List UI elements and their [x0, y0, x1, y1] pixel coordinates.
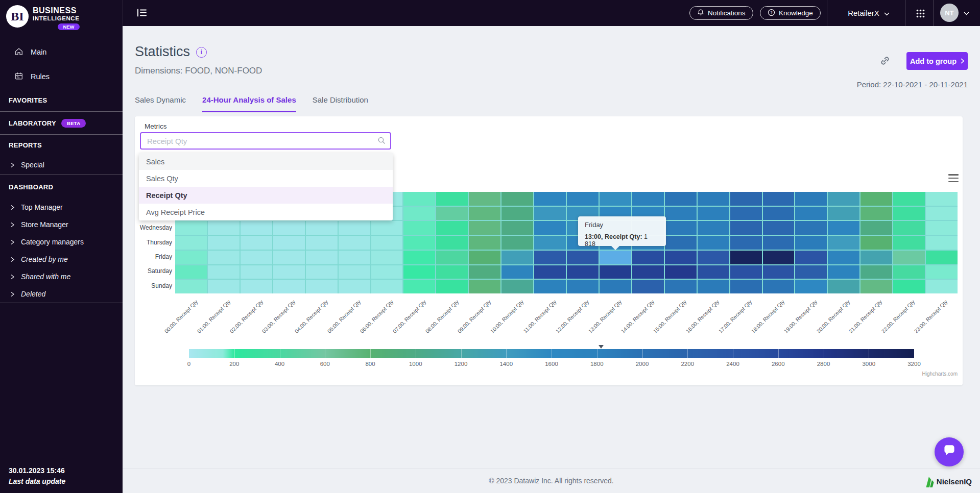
heatmap-cell[interactable] — [795, 265, 827, 279]
heatmap-cell[interactable] — [403, 236, 435, 250]
heatmap-cell[interactable] — [861, 192, 892, 206]
user-menu[interactable]: NT — [940, 4, 969, 22]
heatmap-cell[interactable] — [698, 265, 729, 279]
heatmap-cell[interactable] — [403, 207, 435, 220]
sidebar-item-special[interactable]: Special — [0, 155, 123, 175]
heatmap-cell[interactable] — [567, 192, 599, 206]
sidebar-section-favorites[interactable]: FAVORITES — [0, 89, 123, 111]
heatmap-cell[interactable] — [600, 280, 631, 293]
heatmap-cell[interactable] — [306, 236, 338, 250]
heatmap-cell[interactable] — [273, 221, 305, 235]
heatmap-cell[interactable] — [534, 251, 566, 264]
heatmap-cell[interactable] — [436, 192, 468, 206]
tab-24-hour-analysis[interactable]: 24-Hour Analysis of Sales — [202, 95, 296, 112]
heatmap-cell[interactable] — [339, 265, 370, 279]
heatmap-cell[interactable] — [436, 280, 468, 293]
heatmap-cell[interactable] — [730, 221, 762, 235]
heatmap-cell[interactable] — [893, 280, 925, 293]
heatmap-cell[interactable] — [665, 236, 697, 250]
add-to-group-button[interactable]: Add to group — [906, 52, 968, 70]
heatmap-cell[interactable] — [371, 236, 403, 250]
dropdown-option-sales[interactable]: Sales — [139, 153, 393, 170]
heatmap-cell[interactable] — [828, 280, 859, 293]
tab-sales-dynamic[interactable]: Sales Dynamic — [135, 95, 186, 112]
sidebar-item-shared-with-me[interactable]: Shared with me — [0, 268, 123, 285]
heatmap-cell[interactable] — [861, 221, 892, 235]
heatmap-cell[interactable] — [763, 236, 795, 250]
heatmap-cell[interactable] — [861, 265, 892, 279]
highcharts-credits-link[interactable]: Highcharts.com — [922, 371, 958, 377]
heatmap-cell[interactable] — [763, 221, 795, 235]
heatmap-cell[interactable] — [403, 280, 435, 293]
heatmap-cell[interactable] — [828, 265, 859, 279]
heatmap-cell[interactable] — [241, 221, 272, 235]
heatmap-cell[interactable] — [861, 251, 892, 264]
heatmap-cell[interactable] — [730, 192, 762, 206]
heatmap-cell[interactable] — [403, 192, 435, 206]
sidebar-collapse-icon[interactable] — [136, 7, 149, 19]
heatmap-cell[interactable] — [795, 280, 827, 293]
sidebar-item-main[interactable]: Main — [0, 40, 123, 64]
heatmap-cell[interactable] — [175, 280, 207, 293]
heatmap-cell[interactable] — [436, 207, 468, 220]
heatmap-cell[interactable] — [730, 207, 762, 220]
heatmap-cell[interactable] — [469, 280, 500, 293]
heatmap-cell[interactable] — [241, 236, 272, 250]
heatmap-cell[interactable] — [763, 280, 795, 293]
app-logo[interactable]: BI BUSINESS INTELLIGENCE NEW — [0, 0, 123, 35]
heatmap-cell[interactable] — [306, 280, 338, 293]
heatmap-cell[interactable] — [665, 265, 697, 279]
sidebar-item-top-manager[interactable]: Top Manager — [0, 199, 123, 216]
heatmap-cell[interactable] — [371, 251, 403, 264]
sidebar-item-category-managers[interactable]: Category managers — [0, 233, 123, 251]
heatmap-cell[interactable] — [567, 265, 599, 279]
heatmap-cell[interactable] — [339, 280, 370, 293]
knowledge-button[interactable]: ? Knowledge — [760, 6, 821, 20]
heatmap-cell[interactable] — [893, 192, 925, 206]
heatmap-cell[interactable] — [926, 207, 958, 220]
heatmap-cell[interactable] — [501, 280, 533, 293]
heatmap-cell[interactable] — [208, 265, 240, 279]
heatmap-cell[interactable] — [469, 207, 500, 220]
heatmap-cell[interactable] — [501, 265, 533, 279]
heatmap-cell[interactable] — [600, 192, 631, 206]
heatmap-cell[interactable] — [632, 265, 664, 279]
sidebar-item-rules[interactable]: Rules — [0, 64, 123, 89]
heatmap-cell[interactable] — [501, 251, 533, 264]
link-icon[interactable] — [879, 55, 892, 67]
tab-sale-distribution[interactable]: Sale Distribution — [313, 95, 368, 112]
heatmap-cell[interactable] — [828, 236, 859, 250]
heatmap-cell[interactable] — [273, 265, 305, 279]
heatmap-cell[interactable] — [175, 265, 207, 279]
heatmap-cell[interactable] — [306, 221, 338, 235]
heatmap-cell[interactable] — [893, 221, 925, 235]
heatmap-cell[interactable] — [795, 236, 827, 250]
heatmap-cell[interactable] — [501, 236, 533, 250]
heatmap-cell[interactable] — [403, 251, 435, 264]
dropdown-option-avg-receipt-price[interactable]: Avg Receipt Price — [139, 204, 393, 220]
heatmap-cell[interactable] — [828, 192, 859, 206]
heatmap-cell[interactable] — [698, 236, 729, 250]
heatmap-cell[interactable] — [828, 251, 859, 264]
heatmap-cell[interactable] — [175, 251, 207, 264]
heatmap-cell[interactable] — [534, 221, 566, 235]
heatmap-cell[interactable] — [665, 251, 697, 264]
metrics-select-input[interactable] — [140, 132, 391, 150]
heatmap-cell[interactable] — [698, 192, 729, 206]
heatmap-cell[interactable] — [469, 192, 500, 206]
heatmap-cell[interactable] — [403, 265, 435, 279]
sidebar-item-store-manager[interactable]: Store Manager — [0, 216, 123, 233]
heatmap-cell[interactable] — [501, 207, 533, 220]
heatmap-cell[interactable] — [600, 265, 631, 279]
heatmap-cell[interactable] — [208, 221, 240, 235]
heatmap-cell[interactable] — [632, 280, 664, 293]
heatmap-cell[interactable] — [926, 192, 958, 206]
heatmap-cell[interactable] — [893, 207, 925, 220]
heatmap-cell[interactable] — [469, 265, 500, 279]
heatmap-cell[interactable] — [698, 207, 729, 220]
heatmap-cell[interactable] — [893, 236, 925, 250]
heatmap-cell[interactable] — [632, 192, 664, 206]
heatmap-cell[interactable] — [208, 280, 240, 293]
heatmap-cell[interactable] — [926, 265, 958, 279]
heatmap-cell[interactable] — [371, 265, 403, 279]
